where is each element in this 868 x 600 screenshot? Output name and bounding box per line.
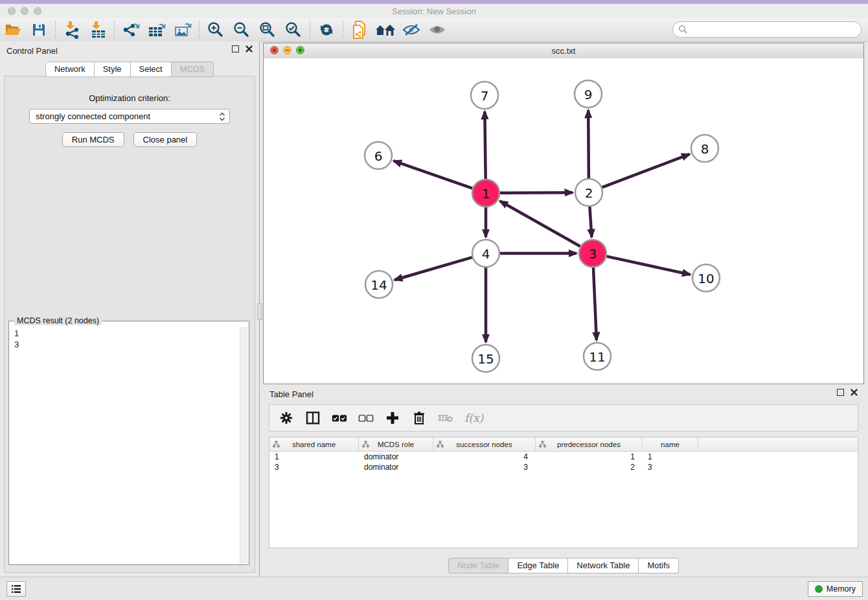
- run-mcds-button[interactable]: Run MCDS: [62, 132, 124, 147]
- search-input[interactable]: [672, 21, 862, 38]
- add-column-icon[interactable]: [385, 410, 400, 426]
- mcds-result-title: MCDS result (2 nodes): [14, 316, 102, 325]
- network-graph[interactable]: 7968124314101511: [264, 58, 863, 384]
- cell-predecessor-nodes: 2: [536, 462, 643, 472]
- table-header-row: shared name MCDS role successor nodes pr…: [269, 437, 858, 452]
- close-panel-button[interactable]: Close panel: [133, 132, 198, 147]
- graph-edge-2-9[interactable]: [588, 110, 589, 178]
- tab-network-table[interactable]: Network Table: [568, 558, 639, 573]
- graph-node-label: 3: [589, 246, 597, 262]
- graph-edge-2-8[interactable]: [602, 154, 690, 187]
- zoom-out-icon[interactable]: [231, 20, 253, 40]
- import-network-icon[interactable]: [61, 20, 83, 40]
- splitter-grip-vertical[interactable]: [257, 303, 262, 320]
- close-panel-icon[interactable]: [246, 45, 253, 52]
- settings-gear-icon[interactable]: [279, 410, 294, 426]
- import-table-icon[interactable]: [87, 20, 109, 40]
- criterion-dropdown-value: strongly connected component: [36, 111, 219, 121]
- criterion-dropdown[interactable]: strongly connected component: [29, 109, 230, 124]
- list-icon: [11, 584, 21, 594]
- table-row[interactable]: 3 dominator 3 2 3: [269, 462, 858, 472]
- graph-edge-3-11[interactable]: [593, 268, 597, 340]
- graph-node-label: 4: [482, 246, 490, 262]
- mcds-panel: Optimization criterion: strongly connect…: [4, 76, 255, 573]
- cell-shared-name: 3: [269, 462, 359, 472]
- table-panel: Table Panel f(x): [263, 385, 864, 577]
- graph-edge-2-3[interactable]: [589, 207, 591, 237]
- show-all-eye-icon[interactable]: [426, 20, 448, 40]
- tab-select[interactable]: Select: [131, 62, 172, 77]
- zoom-fit-icon[interactable]: [257, 20, 279, 40]
- delete-table-icon[interactable]: [438, 410, 453, 426]
- memory-status-dot: [815, 585, 823, 593]
- zoom-selected-icon[interactable]: [282, 20, 304, 40]
- open-folder-icon[interactable]: [2, 20, 24, 40]
- graph-edge-1-2[interactable]: [500, 192, 573, 193]
- export-image-icon[interactable]: [172, 20, 194, 40]
- toolbar-separator: [55, 21, 56, 39]
- table-row[interactable]: 1 dominator 4 1 1: [269, 452, 858, 462]
- column-label: successor nodes: [456, 441, 512, 448]
- column-header-mcds-role[interactable]: MCDS role: [359, 437, 433, 451]
- control-panel-title: Control Panel: [6, 46, 58, 56]
- column-header-shared-name[interactable]: shared name: [269, 437, 359, 451]
- graph-node-label: 10: [698, 271, 714, 286]
- column-label: name: [661, 441, 680, 448]
- graph-edge-1-7[interactable]: [485, 111, 485, 179]
- task-history-button[interactable]: [6, 581, 26, 597]
- network-window-titlebar[interactable]: scc.txt: [264, 43, 863, 59]
- function-builder-icon[interactable]: f(x): [464, 411, 483, 424]
- delete-columns-icon[interactable]: [411, 410, 427, 426]
- float-panel-icon[interactable]: [232, 45, 239, 52]
- graph-edge-4-14[interactable]: [394, 257, 472, 280]
- zoom-in-icon[interactable]: [205, 20, 227, 40]
- split-panel-icon[interactable]: [305, 410, 321, 426]
- first-neighbors-icon[interactable]: [374, 20, 396, 40]
- save-icon[interactable]: [28, 20, 50, 40]
- column-header-predecessor-nodes[interactable]: predecessor nodes: [536, 437, 643, 451]
- mcds-result-list[interactable]: 1 3: [10, 327, 240, 564]
- search-icon: [678, 25, 688, 34]
- graph-node-label: 11: [589, 349, 605, 365]
- column-header-successor-nodes[interactable]: successor nodes: [433, 437, 536, 451]
- table-toolbar: f(x): [269, 404, 858, 432]
- graph-node-label: 6: [374, 148, 383, 164]
- memory-button[interactable]: Memory: [808, 581, 863, 597]
- cell-name: 3: [643, 462, 698, 472]
- tab-node-table[interactable]: Node Table: [448, 558, 509, 573]
- float-panel-icon[interactable]: [837, 389, 844, 396]
- graph-edge-3-1[interactable]: [500, 201, 580, 246]
- refresh-icon[interactable]: [315, 20, 337, 40]
- graph-node-label: 2: [585, 185, 593, 201]
- status-bar: Memory: [0, 577, 868, 600]
- deselect-all-checkboxes-icon[interactable]: [358, 410, 374, 426]
- column-header-name[interactable]: name: [643, 437, 698, 451]
- graph-node-label: 7: [481, 88, 489, 104]
- window-title: Session: New Session: [0, 6, 868, 16]
- table-panel-title: Table Panel: [269, 389, 314, 399]
- cell-shared-name: 1: [269, 452, 359, 462]
- graph-edge-3-10[interactable]: [606, 257, 690, 275]
- close-panel-icon[interactable]: [851, 389, 858, 396]
- export-table-icon[interactable]: [146, 20, 168, 40]
- result-scrollbar[interactable]: [240, 327, 248, 564]
- export-network-icon[interactable]: [120, 20, 142, 40]
- network-canvas[interactable]: 7968124314101511: [264, 58, 863, 384]
- cell-mcds-role: dominator: [359, 462, 433, 472]
- tab-motifs[interactable]: Motifs: [639, 558, 679, 573]
- toolbar-separator: [310, 21, 310, 39]
- tab-style[interactable]: Style: [95, 62, 131, 77]
- tab-edge-table[interactable]: Edge Table: [508, 558, 568, 573]
- cell-name: 1: [643, 452, 698, 462]
- hide-selected-eye-icon[interactable]: [400, 20, 422, 40]
- control-panel-tabs: Network Style Select MCDS: [0, 62, 259, 77]
- network-view-window: scc.txt 7968124314101511: [263, 43, 864, 384]
- graph-edge-1-6[interactable]: [394, 161, 473, 188]
- column-label: shared name: [292, 441, 336, 448]
- tab-mcds[interactable]: MCDS: [172, 62, 214, 77]
- tab-network[interactable]: Network: [45, 62, 95, 77]
- toolbar-separator: [343, 21, 343, 39]
- node-table: shared name MCDS role successor nodes pr…: [269, 437, 858, 548]
- select-all-checkboxes-icon[interactable]: [332, 410, 347, 426]
- network-from-selection-icon[interactable]: [348, 20, 371, 40]
